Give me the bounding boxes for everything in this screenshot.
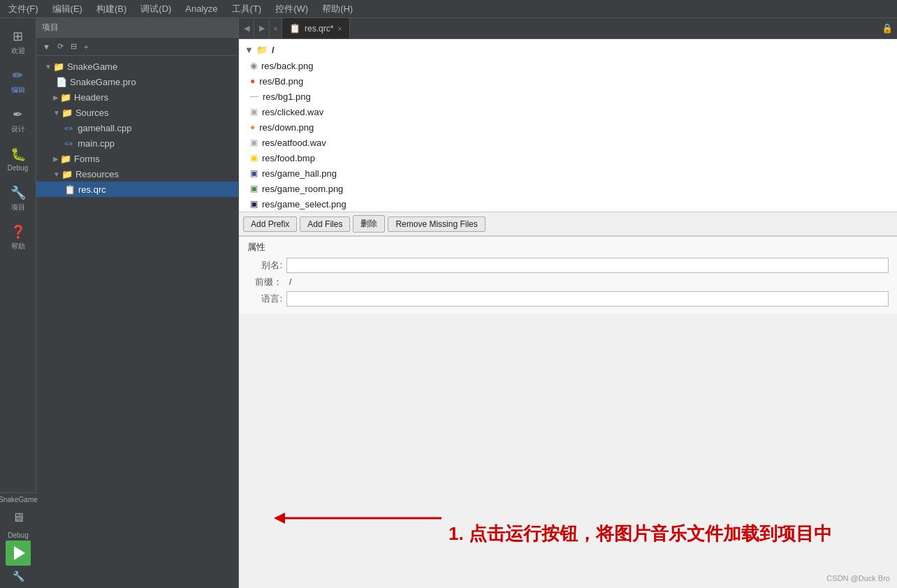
- file-name: res/bg1.png: [263, 91, 311, 102]
- res-file-item[interactable]: ▣ res/game_select.png: [239, 196, 897, 212]
- run-triangle-icon: [14, 546, 25, 560]
- res-prefix-row: ▼ 📁 /: [239, 42, 897, 58]
- panel-header: 项目: [36, 18, 238, 38]
- prefix-label: /: [272, 45, 275, 55]
- res-file-list: ▼ 📁 / ◉ res/back.png● res/Bd.png— res/bg…: [239, 39, 897, 212]
- sync-btn[interactable]: ⟳: [55, 41, 66, 52]
- res-file-item[interactable]: ▣ res/food.bmp: [239, 150, 897, 166]
- sidebar-item-project[interactable]: 🔧 项目: [3, 180, 34, 216]
- tree-item-headers[interactable]: ▶ 📁 Headers: [36, 89, 238, 105]
- debug-icon: 🐛: [10, 147, 26, 162]
- arrow-forms: ▶: [53, 155, 59, 163]
- file-name: res/food.bmp: [262, 153, 315, 163]
- tab-close-btn[interactable]: ×: [337, 24, 342, 33]
- left-bottom-panel: SnakeGame 🖥 Debug 🔧: [0, 492, 36, 588]
- monitor-icon-container[interactable]: 🖥: [6, 505, 31, 530]
- tab-end-btn[interactable]: 🔒: [877, 18, 897, 38]
- cpp-icon-main: «»: [64, 139, 73, 147]
- delete-btn[interactable]: 删除: [353, 215, 385, 233]
- file-type-icon: ▣: [250, 153, 258, 163]
- run-button[interactable]: [6, 541, 31, 566]
- res-file-item[interactable]: ● res/down.png: [239, 119, 897, 135]
- res-file-item[interactable]: ◉ res/back.png: [239, 58, 897, 73]
- res-file-item[interactable]: ▣ res/game_hall.png: [239, 166, 897, 181]
- panel-toolbar: ▼ ⟳ ⊟ +: [36, 38, 238, 56]
- tree-item-gamehall[interactable]: «» gamehall.cpp: [36, 120, 238, 135]
- edit-label: 编辑: [11, 85, 25, 95]
- add-prefix-btn[interactable]: Add Prefix: [243, 216, 297, 232]
- tab-nav-back[interactable]: ◀: [239, 18, 254, 38]
- tree-label-sources: Sources: [75, 108, 109, 118]
- file-name: res/Bd.png: [259, 76, 303, 87]
- prop-row-prefix: 前缀： /: [247, 276, 889, 288]
- file-type-icon: ●: [250, 122, 255, 132]
- tree-label-forms: Forms: [74, 154, 100, 164]
- debug-label: Debug: [8, 164, 28, 172]
- language-input[interactable]: [286, 291, 889, 307]
- file-name: res/clicked.wav: [262, 107, 323, 117]
- cpp-icon-gamehall: «»: [64, 124, 73, 132]
- sidebar-item-help[interactable]: ❓ 帮助: [3, 219, 34, 256]
- file-type-icon: ▣: [250, 138, 258, 147]
- tree-label-res-qrc: res.qrc: [78, 184, 106, 195]
- arrow-resources: ▼: [53, 170, 60, 178]
- tree-label-headers: Headers: [74, 92, 108, 103]
- res-btn-row: Add Prefix Add Files 删除 Remove Missing F…: [239, 212, 897, 236]
- file-name: res/game_room.png: [262, 184, 343, 194]
- sidebar-item-welcome[interactable]: ⊞ 欢迎: [3, 24, 34, 60]
- tree-label-gamehall: gamehall.cpp: [78, 123, 131, 133]
- menu-item-edit[interactable]: 编辑(E): [50, 1, 85, 17]
- project-icon: 🔧: [10, 185, 26, 200]
- bottom-extra-btn[interactable]: 🔧: [6, 567, 31, 585]
- menu-item-controls[interactable]: 控件(W): [272, 1, 311, 17]
- add-files-btn[interactable]: Add Files: [300, 216, 350, 232]
- tree-item-snakegame[interactable]: ▼ 📁 SnakeGame: [36, 59, 238, 74]
- res-file-item[interactable]: ▣ res/clicked.wav: [239, 104, 897, 119]
- tree-label-pro: SnakeGame.pro: [70, 77, 136, 87]
- tab-nav-close[interactable]: ×: [270, 18, 282, 38]
- tab-res-qrc[interactable]: 📋 res.qrc* ×: [282, 18, 350, 38]
- res-file-item[interactable]: ● res/Bd.png: [239, 73, 897, 89]
- tree-item-res-qrc[interactable]: 📋 res.qrc: [36, 182, 238, 197]
- welcome-icon: ⊞: [13, 29, 23, 44]
- menu-bar: 文件(F) 编辑(E) 构建(B) 调试(D) Analyze 工具(T) 控件…: [0, 0, 897, 18]
- props-title: 属性: [247, 241, 889, 253]
- tree-item-pro[interactable]: 📄 SnakeGame.pro: [36, 74, 238, 89]
- menu-item-debug[interactable]: 调试(D): [138, 1, 174, 17]
- sidebar-item-edit[interactable]: ✏ 编辑: [3, 63, 34, 99]
- alias-input[interactable]: [286, 258, 889, 273]
- menu-item-help[interactable]: 帮助(H): [319, 1, 356, 17]
- tree-item-sources[interactable]: ▼ 📁 Sources: [36, 105, 238, 120]
- collapse-btn[interactable]: ⊟: [68, 41, 79, 52]
- menu-item-build[interactable]: 构建(B): [94, 1, 129, 17]
- file-name: res/game_hall.png: [262, 168, 337, 179]
- menu-item-file[interactable]: 文件(F): [6, 1, 41, 17]
- sources-folder-icon: 📁: [61, 108, 73, 118]
- tree-item-forms[interactable]: ▶ 📁 Forms: [36, 151, 238, 166]
- sidebar-item-design[interactable]: ✒ 设计: [3, 102, 34, 138]
- tab-bar: ◀ ▶ × 📋 res.qrc* × 🔒: [239, 18, 897, 39]
- file-type-icon: ▣: [250, 184, 258, 193]
- monitor-icon: 🖥: [12, 510, 24, 525]
- file-type-icon: ▣: [250, 168, 258, 178]
- arrow-snakegame: ▼: [45, 63, 52, 71]
- forms-folder-icon: 📁: [60, 154, 71, 164]
- tree-item-resources[interactable]: ▼ 📁 Resources: [36, 166, 238, 182]
- menu-item-analyze[interactable]: Analyze: [182, 2, 220, 15]
- pro-file-icon: 📄: [56, 77, 67, 87]
- filter-btn[interactable]: ▼: [41, 42, 52, 52]
- res-file-item[interactable]: ▣ res/game_room.png: [239, 181, 897, 196]
- res-file-item[interactable]: ▣ res/eatfood.wav: [239, 135, 897, 150]
- remove-missing-btn[interactable]: Remove Missing Files: [388, 216, 485, 232]
- prop-row-alias: 别名:: [247, 258, 889, 273]
- sidebar-item-debug[interactable]: 🐛 Debug: [3, 141, 34, 177]
- tree-item-main-cpp[interactable]: «» main.cpp: [36, 135, 238, 151]
- add-btn[interactable]: +: [82, 42, 90, 52]
- tab-nav-forward[interactable]: ▶: [254, 18, 270, 38]
- file-type-icon: ●: [250, 76, 255, 86]
- menu-item-tools[interactable]: 工具(T): [229, 1, 265, 17]
- file-type-icon: —: [250, 91, 258, 101]
- file-name: res/back.png: [261, 61, 313, 71]
- res-file-item[interactable]: — res/bg1.png: [239, 89, 897, 104]
- collapse-arrow: ▼: [245, 45, 254, 55]
